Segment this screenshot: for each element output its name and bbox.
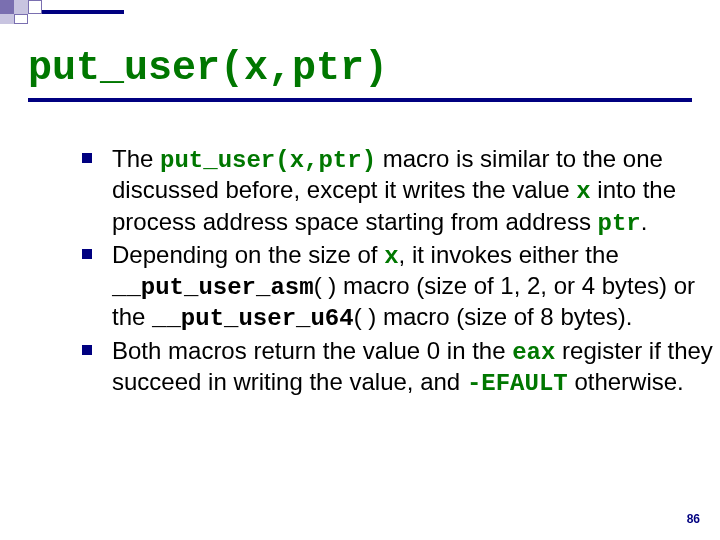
text-segment: put_user(x,ptr) xyxy=(160,147,376,174)
list-item: Both macros return the value 0 in the ea… xyxy=(80,336,720,399)
text-segment: , it invokes either the xyxy=(399,241,619,268)
slide-title: put_user(x,ptr) xyxy=(28,46,388,91)
text-segment: Depending on the size of xyxy=(112,241,384,268)
text-segment: eax xyxy=(512,339,555,366)
text-segment: The xyxy=(112,145,160,172)
text-segment: ( ) macro (size of 8 bytes). xyxy=(354,303,633,330)
list-item: Depending on the size of x, it invokes e… xyxy=(80,240,720,334)
corner-decoration xyxy=(0,0,130,24)
title-underline xyxy=(28,98,692,102)
list-item: The put_user(x,ptr) macro is similar to … xyxy=(80,144,720,238)
bullet-list: The put_user(x,ptr) macro is similar to … xyxy=(40,144,720,400)
page-number: 86 xyxy=(687,512,700,526)
text-segment: otherwise. xyxy=(568,368,684,395)
text-segment: __put_user_asm xyxy=(112,274,314,301)
text-segment: ptr xyxy=(598,210,641,237)
text-segment: __put_user_u64 xyxy=(152,305,354,332)
text-segment: x xyxy=(576,178,590,205)
text-segment: . xyxy=(641,208,648,235)
text-segment: Both macros return the value 0 in the xyxy=(112,337,512,364)
text-segment: -EFAULT xyxy=(467,370,568,397)
text-segment: x xyxy=(384,243,398,270)
